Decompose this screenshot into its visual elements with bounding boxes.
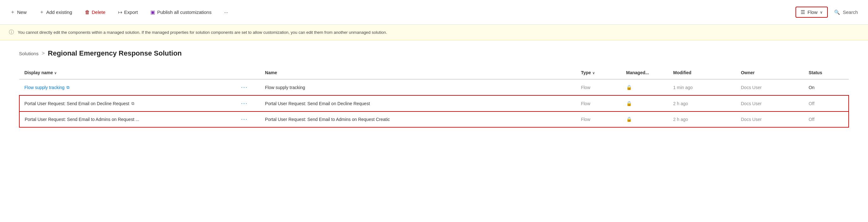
cell-status-3: Off xyxy=(803,111,849,127)
delete-label: Delete xyxy=(92,9,105,15)
col-header-name: Name xyxy=(260,66,576,79)
toolbar: ＋ New ＋ Add existing 🗑 Delete ↦ Export ▣… xyxy=(0,0,868,25)
table-header-row: Display name ∨ Name Type ∨ Managed... Mo… xyxy=(19,66,849,79)
flow-label: Flow xyxy=(808,9,818,15)
row-more-icon-2[interactable]: ··· xyxy=(241,100,248,106)
chevron-down-icon: ∨ xyxy=(820,10,823,14)
search-label: Search xyxy=(843,9,858,15)
more-button[interactable]: ··· xyxy=(222,8,231,16)
export-button[interactable]: ↦ Export xyxy=(116,8,140,16)
flow-supply-tracking-text: Flow supply tracking xyxy=(24,85,65,90)
flow-dropdown-button[interactable]: ☰ Flow ∨ xyxy=(796,7,828,18)
sort-icon-type: ∨ xyxy=(592,71,595,75)
add-existing-button[interactable]: ＋ Add existing xyxy=(37,8,75,17)
breadcrumb-parent[interactable]: Solutions xyxy=(19,51,39,56)
cell-dots-1: ··· xyxy=(236,79,260,96)
publish-label: Publish all customizations xyxy=(157,9,212,15)
cell-owner-1: Docs User xyxy=(736,79,803,96)
breadcrumb-section: Solutions > Regional Emergency Response … xyxy=(0,40,868,60)
more-label: ··· xyxy=(224,9,228,15)
lock-icon-1: 🔒 xyxy=(626,85,632,90)
trash-icon: 🗑 xyxy=(85,9,90,15)
table-row: Portal User Request: Send Email on Decli… xyxy=(19,96,849,111)
col-header-managed: Managed... xyxy=(621,66,668,79)
search-button[interactable]: 🔍 Search xyxy=(832,8,860,16)
new-button[interactable]: ＋ New xyxy=(8,8,29,17)
row2-display-text: Portal User Request: Send Email on Decli… xyxy=(24,101,231,106)
cell-owner-3: Docs User xyxy=(736,111,803,127)
breadcrumb-separator: > xyxy=(42,50,44,56)
col-header-type[interactable]: Type ∨ xyxy=(576,66,621,79)
cell-name-1: Flow supply tracking xyxy=(260,79,576,96)
flow-supply-tracking-link[interactable]: Flow supply tracking ⧉ xyxy=(24,85,231,90)
breadcrumb: Solutions > Regional Emergency Response … xyxy=(19,49,849,58)
external-link-icon-1: ⧉ xyxy=(66,85,69,90)
delete-button[interactable]: 🗑 Delete xyxy=(82,8,108,16)
warning-banner: ⓘ You cannot directly edit the component… xyxy=(0,25,868,40)
cell-name-3: Portal User Request: Send Email to Admin… xyxy=(260,111,576,127)
cell-modified-2: 2 h ago xyxy=(668,96,736,111)
cell-modified-3: 2 h ago xyxy=(668,111,736,127)
search-icon: 🔍 xyxy=(834,9,840,15)
new-label: New xyxy=(17,9,27,15)
warning-message: You cannot directly edit the components … xyxy=(18,30,387,35)
cell-managed-2: 🔒 xyxy=(621,96,668,111)
publish-button[interactable]: ▣ Publish all customizations xyxy=(148,8,214,16)
cell-modified-1: 1 min ago xyxy=(668,79,736,96)
cell-managed-1: 🔒 xyxy=(621,79,668,96)
cell-type-2: Flow xyxy=(576,96,621,111)
cell-dots-3: ··· xyxy=(236,111,260,127)
table-row: Portal User Request: Send Email to Admin… xyxy=(19,111,849,127)
sort-icon-display: ∨ xyxy=(54,71,57,75)
col-header-dots xyxy=(236,66,260,79)
table-row: Flow supply tracking ⧉ ··· Flow supply t… xyxy=(19,79,849,96)
col-header-status: Status xyxy=(803,66,849,79)
add-existing-label: Add existing xyxy=(46,9,72,15)
lock-icon-3: 🔒 xyxy=(626,116,632,122)
cell-status-1: On xyxy=(803,79,849,96)
cell-type-3: Flow xyxy=(576,111,621,127)
row-more-icon-1[interactable]: ··· xyxy=(241,84,248,90)
data-table: Display name ∨ Name Type ∨ Managed... Mo… xyxy=(19,66,849,127)
toolbar-right: ☰ Flow ∨ 🔍 Search xyxy=(796,7,860,18)
cell-display-name-3: Portal User Request: Send Email to Admin… xyxy=(19,111,236,127)
cell-name-2: Portal User Request: Send Email on Decli… xyxy=(260,96,576,111)
cell-display-name-2: Portal User Request: Send Email on Decli… xyxy=(19,96,236,111)
hamburger-icon: ☰ xyxy=(801,9,805,15)
info-icon: ⓘ xyxy=(9,29,14,36)
breadcrumb-current: Regional Emergency Response Solution xyxy=(48,49,182,58)
cell-managed-3: 🔒 xyxy=(621,111,668,127)
cell-type-1: Flow xyxy=(576,79,621,96)
publish-icon: ▣ xyxy=(150,9,155,15)
cell-display-name-1: Flow supply tracking ⧉ xyxy=(19,79,236,96)
plus-icon: ＋ xyxy=(10,9,15,15)
cell-status-2: Off xyxy=(803,96,849,111)
col-header-modified: Modified xyxy=(668,66,736,79)
lock-icon-2: 🔒 xyxy=(626,101,632,106)
col-header-owner: Owner xyxy=(736,66,803,79)
export-label: Export xyxy=(124,9,138,15)
row-more-icon-3[interactable]: ··· xyxy=(241,116,248,122)
cell-dots-2: ··· xyxy=(236,96,260,111)
export-icon: ↦ xyxy=(118,9,122,15)
plus-icon-2: ＋ xyxy=(39,9,44,15)
external-link-icon-2: ⧉ xyxy=(131,101,134,106)
cell-owner-2: Docs User xyxy=(736,96,803,111)
col-header-display-name[interactable]: Display name ∨ xyxy=(19,66,236,79)
table-section: Display name ∨ Name Type ∨ Managed... Mo… xyxy=(0,60,868,134)
